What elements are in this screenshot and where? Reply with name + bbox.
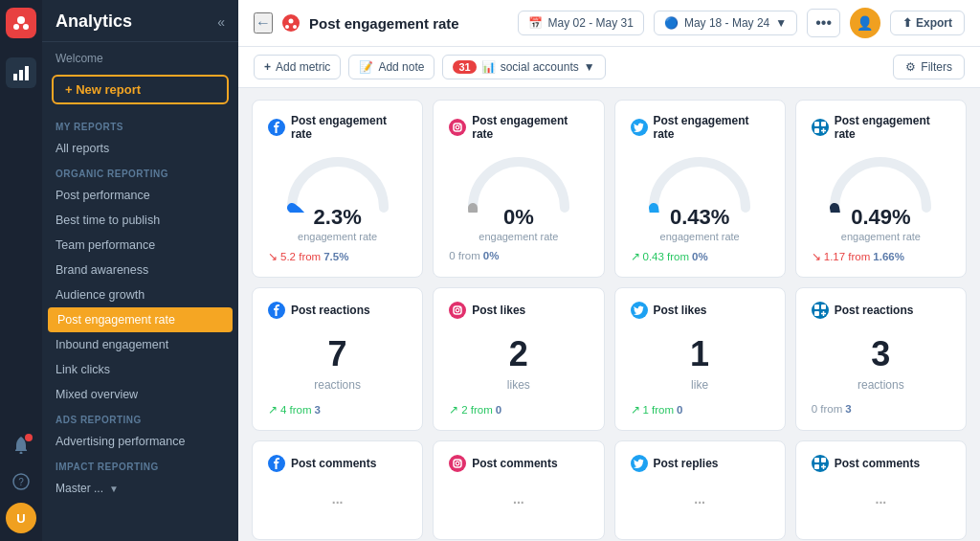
li-platform-icon	[812, 455, 829, 472]
fb-platform-icon	[268, 119, 285, 136]
svg-rect-15	[814, 122, 819, 126]
gauge-value: 0.49%	[851, 205, 910, 230]
svg-rect-16	[821, 122, 826, 126]
social-accounts-button[interactable]: 31 📊 social accounts ▼	[442, 55, 605, 79]
main-content: ← Post engagement rate 📅 May 02 - May 31…	[238, 0, 980, 541]
more-options-button[interactable]: •••	[807, 9, 840, 37]
arrow-down-icon: ↘	[268, 250, 278, 263]
gauge-container: 0% engagement rate	[449, 150, 588, 242]
sidebar-item-advertising-performance[interactable]: Advertising performance	[42, 429, 238, 454]
notification-badge	[25, 434, 33, 441]
svg-rect-4	[19, 70, 23, 80]
page-title: Post engagement rate	[309, 15, 508, 32]
help-icon[interactable]: ?	[6, 466, 36, 497]
metric-title: Post likes	[654, 304, 707, 317]
fb-platform-icon	[268, 302, 285, 319]
export-button[interactable]: ⬆ Export	[890, 11, 965, 35]
gauge-container: 0.43% engagement rate	[631, 150, 769, 242]
svg-point-19	[456, 308, 459, 312]
organic-reporting-section-label: ORGANIC REPORTING	[42, 161, 238, 183]
export-icon: ⬆	[902, 16, 912, 30]
sidebar-item-brand-awareness[interactable]: Brand awareness	[42, 258, 238, 282]
svg-point-25	[456, 462, 459, 465]
svg-point-6	[20, 452, 23, 455]
arrow-up-icon: ↗	[631, 403, 640, 417]
metric-card: Post reactions 7 reactions ↗ 4 from 3	[252, 287, 423, 431]
analytics-nav-icon[interactable]	[6, 57, 36, 88]
social-accounts-label: social accounts	[501, 60, 579, 74]
sidebar-item-post-engagement-rate[interactable]: Post engagement rate	[48, 307, 233, 332]
metric-card: Post engagement rate 0.49% engagement ra…	[795, 100, 967, 278]
filters-button[interactable]: ⚙ Filters	[893, 55, 965, 79]
svg-point-1	[13, 24, 19, 30]
svg-rect-29	[814, 464, 819, 469]
metric-card: Post engagement rate 2.3% engagement rat…	[252, 100, 423, 278]
date-range-1-button[interactable]: 📅 May 02 - May 31	[518, 11, 644, 35]
arrow-up-icon: ↗	[449, 403, 458, 417]
calendar-2-icon: 🔵	[664, 16, 679, 30]
user-button[interactable]: 👤	[850, 8, 880, 38]
sidebar-item-inbound-engagement[interactable]: Inbound engagement	[42, 332, 238, 357]
metric-card: Post replies ...	[614, 440, 786, 540]
gauge-value: 2.3%	[314, 205, 362, 230]
metric-card: Post engagement rate 0.43% engagement ra…	[614, 100, 786, 278]
tw-platform-icon	[631, 455, 648, 472]
sidebar-item-mixed-overview[interactable]: Mixed overview	[42, 382, 238, 407]
date-range-2-button[interactable]: 🔵 May 18 - May 24 ▼	[654, 11, 797, 35]
new-report-button[interactable]: + New report	[52, 75, 229, 104]
gauge-container: 0.49% engagement rate	[812, 150, 950, 242]
svg-rect-23	[814, 311, 819, 316]
metric-card-header: Post likes	[449, 302, 588, 319]
metric-change: ↘ 5.2 from 7.5%	[268, 250, 407, 263]
metric-title: Post reactions	[835, 304, 914, 317]
add-note-label: Add note	[378, 60, 424, 74]
metric-card-header: Post comments	[449, 455, 588, 472]
app-logo[interactable]	[6, 8, 36, 38]
ig-platform-icon	[449, 455, 466, 472]
metric-count-label: like	[631, 378, 769, 392]
metric-title: Post engagement rate	[472, 114, 588, 141]
metric-change: 0 from 0%	[449, 250, 588, 261]
metric-title: Post comments	[472, 457, 557, 470]
add-note-button[interactable]: 📝 Add note	[348, 55, 434, 79]
sidebar-collapse-btn[interactable]: «	[217, 14, 225, 30]
svg-point-2	[23, 24, 29, 30]
filters-label: Filters	[921, 60, 952, 74]
sidebar-item-link-clicks[interactable]: Link clicks	[42, 357, 238, 382]
add-metric-button[interactable]: + Add metric	[254, 55, 341, 79]
sidebar: Analytics « Welcome + New report MY REPO…	[42, 0, 238, 541]
notification-icon[interactable]	[6, 430, 36, 461]
gauge-label: engagement rate	[660, 231, 740, 242]
header-bar: ← Post engagement rate 📅 May 02 - May 31…	[238, 0, 980, 47]
metric-title: Post replies	[654, 457, 719, 470]
sidebar-item-team-performance[interactable]: Team performance	[42, 233, 238, 258]
metric-card-header: Post comments	[268, 455, 407, 472]
gauge-value: 0.43%	[670, 205, 729, 230]
note-icon: 📝	[359, 60, 373, 74]
impact-dropdown-icon[interactable]: ▼	[109, 484, 119, 494]
metric-title: Post reactions	[291, 304, 370, 317]
metric-change: ↗ 1 from 0	[631, 403, 769, 417]
svg-point-10	[285, 25, 289, 29]
metric-title: Post likes	[472, 304, 525, 317]
metric-count-value: 3	[812, 334, 950, 374]
sidebar-item-audience-growth[interactable]: Audience growth	[42, 282, 238, 307]
metric-card-header: Post likes	[631, 302, 769, 319]
metric-change: ↗ 0.43 from 0%	[631, 250, 769, 263]
sidebar-item-best-time[interactable]: Best time to publish	[42, 208, 238, 233]
user-avatar[interactable]: U	[6, 503, 36, 533]
gauge-label: engagement rate	[479, 231, 558, 242]
svg-rect-28	[821, 458, 826, 462]
metric-card: Post comments ...	[795, 440, 967, 540]
li-platform-icon	[812, 119, 829, 136]
metric-title: Post engagement rate	[291, 114, 407, 141]
metric-card-header: Post engagement rate	[812, 114, 950, 141]
sidebar-item-post-performance[interactable]: Post performance	[42, 183, 238, 208]
metric-change: 0 from 3	[812, 403, 950, 415]
gauge-value: 0%	[503, 205, 534, 230]
back-button[interactable]: ←	[254, 12, 273, 34]
sidebar-item-all-reports[interactable]: All reports	[42, 136, 238, 161]
gauge-label: engagement rate	[298, 231, 377, 242]
metric-title: Post comments	[835, 457, 920, 470]
metric-change: ↗ 2 from 0	[449, 403, 588, 417]
